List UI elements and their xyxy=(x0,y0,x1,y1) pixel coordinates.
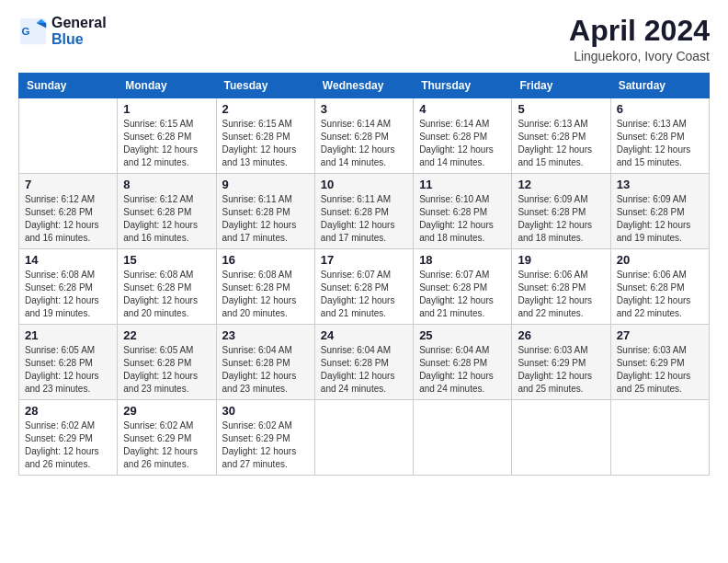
day-number: 15 xyxy=(123,253,210,267)
calendar-cell: 10Sunrise: 6:11 AM Sunset: 6:28 PM Dayli… xyxy=(314,174,413,249)
weekday-header-monday: Monday xyxy=(118,74,216,98)
calendar-cell: 1Sunrise: 6:15 AM Sunset: 6:28 PM Daylig… xyxy=(118,98,216,174)
day-info: Sunrise: 6:08 AM Sunset: 6:28 PM Dayligh… xyxy=(222,269,309,320)
day-number: 5 xyxy=(518,102,604,116)
calendar-cell: 26Sunrise: 6:03 AM Sunset: 6:29 PM Dayli… xyxy=(512,325,610,400)
day-number: 4 xyxy=(419,102,506,116)
day-info: Sunrise: 6:09 AM Sunset: 6:28 PM Dayligh… xyxy=(617,193,703,245)
day-number: 19 xyxy=(518,253,604,267)
day-info: Sunrise: 6:15 AM Sunset: 6:28 PM Dayligh… xyxy=(222,118,309,169)
weekday-header-saturday: Saturday xyxy=(610,74,709,98)
day-info: Sunrise: 6:06 AM Sunset: 6:28 PM Dayligh… xyxy=(518,269,604,320)
day-info: Sunrise: 6:15 AM Sunset: 6:28 PM Dayligh… xyxy=(123,118,210,169)
header: G General Blue April 2024 Linguekoro, Iv… xyxy=(18,15,710,63)
day-number: 17 xyxy=(321,253,407,267)
day-info: Sunrise: 6:06 AM Sunset: 6:28 PM Dayligh… xyxy=(617,269,703,320)
day-info: Sunrise: 6:12 AM Sunset: 6:28 PM Dayligh… xyxy=(123,193,210,245)
calendar-cell: 29Sunrise: 6:02 AM Sunset: 6:29 PM Dayli… xyxy=(118,400,216,476)
day-number: 18 xyxy=(419,253,506,267)
svg-text:G: G xyxy=(22,26,30,37)
day-info: Sunrise: 6:02 AM Sunset: 6:29 PM Dayligh… xyxy=(25,419,111,471)
logo-text: General Blue xyxy=(51,15,107,48)
day-info: Sunrise: 6:04 AM Sunset: 6:28 PM Dayligh… xyxy=(321,344,407,396)
day-number: 28 xyxy=(25,404,111,418)
calendar-cell: 27Sunrise: 6:03 AM Sunset: 6:29 PM Dayli… xyxy=(610,325,709,400)
calendar-cell: 8Sunrise: 6:12 AM Sunset: 6:28 PM Daylig… xyxy=(118,174,216,249)
weekday-header-friday: Friday xyxy=(512,74,610,98)
title-block: April 2024 Linguekoro, Ivory Coast xyxy=(569,15,710,63)
day-info: Sunrise: 6:08 AM Sunset: 6:28 PM Dayligh… xyxy=(123,269,210,320)
day-number: 29 xyxy=(123,404,210,418)
day-info: Sunrise: 6:11 AM Sunset: 6:28 PM Dayligh… xyxy=(222,193,309,245)
day-number: 24 xyxy=(321,328,407,342)
day-number: 14 xyxy=(25,253,111,267)
day-info: Sunrise: 6:05 AM Sunset: 6:28 PM Dayligh… xyxy=(123,344,210,396)
calendar-cell: 7Sunrise: 6:12 AM Sunset: 6:28 PM Daylig… xyxy=(19,174,118,249)
weekday-header-sunday: Sunday xyxy=(19,74,118,98)
day-info: Sunrise: 6:03 AM Sunset: 6:29 PM Dayligh… xyxy=(518,344,604,396)
calendar-cell: 15Sunrise: 6:08 AM Sunset: 6:28 PM Dayli… xyxy=(118,249,216,325)
calendar-cell xyxy=(610,400,709,476)
calendar-cell: 17Sunrise: 6:07 AM Sunset: 6:28 PM Dayli… xyxy=(314,249,413,325)
day-info: Sunrise: 6:02 AM Sunset: 6:29 PM Dayligh… xyxy=(222,419,309,471)
calendar-cell: 6Sunrise: 6:13 AM Sunset: 6:28 PM Daylig… xyxy=(610,98,709,174)
calendar-cell: 12Sunrise: 6:09 AM Sunset: 6:28 PM Dayli… xyxy=(512,174,610,249)
calendar-cell: 25Sunrise: 6:04 AM Sunset: 6:28 PM Dayli… xyxy=(414,325,512,400)
day-number: 9 xyxy=(222,178,309,191)
calendar-cell: 3Sunrise: 6:14 AM Sunset: 6:28 PM Daylig… xyxy=(314,98,413,174)
day-info: Sunrise: 6:14 AM Sunset: 6:28 PM Dayligh… xyxy=(419,118,506,169)
calendar-cell xyxy=(512,400,610,476)
calendar-cell: 13Sunrise: 6:09 AM Sunset: 6:28 PM Dayli… xyxy=(610,174,709,249)
day-number: 10 xyxy=(321,178,407,191)
calendar-cell: 5Sunrise: 6:13 AM Sunset: 6:28 PM Daylig… xyxy=(512,98,610,174)
day-number: 3 xyxy=(321,102,407,116)
day-info: Sunrise: 6:14 AM Sunset: 6:28 PM Dayligh… xyxy=(321,118,407,169)
day-number: 8 xyxy=(123,178,210,191)
day-number: 11 xyxy=(419,178,506,191)
weekday-header-thursday: Thursday xyxy=(414,74,512,98)
day-info: Sunrise: 6:13 AM Sunset: 6:28 PM Dayligh… xyxy=(518,118,604,169)
day-info: Sunrise: 6:04 AM Sunset: 6:28 PM Dayligh… xyxy=(419,344,506,396)
calendar-cell: 4Sunrise: 6:14 AM Sunset: 6:28 PM Daylig… xyxy=(414,98,512,174)
logo: G General Blue xyxy=(18,15,107,48)
calendar-week-1: 1Sunrise: 6:15 AM Sunset: 6:28 PM Daylig… xyxy=(19,98,710,174)
calendar-cell: 24Sunrise: 6:04 AM Sunset: 6:28 PM Dayli… xyxy=(314,325,413,400)
day-number: 16 xyxy=(222,253,309,267)
calendar-cell: 9Sunrise: 6:11 AM Sunset: 6:28 PM Daylig… xyxy=(216,174,314,249)
day-number: 13 xyxy=(617,178,703,191)
day-info: Sunrise: 6:10 AM Sunset: 6:28 PM Dayligh… xyxy=(419,193,506,245)
calendar-cell xyxy=(19,98,118,174)
calendar-week-2: 7Sunrise: 6:12 AM Sunset: 6:28 PM Daylig… xyxy=(19,174,710,249)
day-info: Sunrise: 6:03 AM Sunset: 6:29 PM Dayligh… xyxy=(617,344,703,396)
calendar-cell: 2Sunrise: 6:15 AM Sunset: 6:28 PM Daylig… xyxy=(216,98,314,174)
day-number: 6 xyxy=(617,102,703,116)
day-number: 21 xyxy=(25,328,111,342)
calendar-cell: 23Sunrise: 6:04 AM Sunset: 6:28 PM Dayli… xyxy=(216,325,314,400)
day-number: 7 xyxy=(25,178,111,191)
day-number: 26 xyxy=(518,328,604,342)
calendar-week-5: 28Sunrise: 6:02 AM Sunset: 6:29 PM Dayli… xyxy=(19,400,710,476)
day-info: Sunrise: 6:04 AM Sunset: 6:28 PM Dayligh… xyxy=(222,344,309,396)
day-info: Sunrise: 6:02 AM Sunset: 6:29 PM Dayligh… xyxy=(123,419,210,471)
calendar-week-3: 14Sunrise: 6:08 AM Sunset: 6:28 PM Dayli… xyxy=(19,249,710,325)
day-info: Sunrise: 6:13 AM Sunset: 6:28 PM Dayligh… xyxy=(617,118,703,169)
day-info: Sunrise: 6:05 AM Sunset: 6:28 PM Dayligh… xyxy=(25,344,111,396)
day-number: 30 xyxy=(222,404,309,418)
day-info: Sunrise: 6:08 AM Sunset: 6:28 PM Dayligh… xyxy=(25,269,111,320)
day-number: 25 xyxy=(419,328,506,342)
day-info: Sunrise: 6:07 AM Sunset: 6:28 PM Dayligh… xyxy=(419,269,506,320)
day-info: Sunrise: 6:07 AM Sunset: 6:28 PM Dayligh… xyxy=(321,269,407,320)
day-number: 22 xyxy=(123,328,210,342)
page: G General Blue April 2024 Linguekoro, Iv… xyxy=(0,0,728,563)
day-number: 1 xyxy=(123,102,210,116)
calendar-cell: 14Sunrise: 6:08 AM Sunset: 6:28 PM Dayli… xyxy=(19,249,118,325)
calendar-cell: 16Sunrise: 6:08 AM Sunset: 6:28 PM Dayli… xyxy=(216,249,314,325)
calendar-week-4: 21Sunrise: 6:05 AM Sunset: 6:28 PM Dayli… xyxy=(19,325,710,400)
calendar-cell xyxy=(414,400,512,476)
calendar-cell: 18Sunrise: 6:07 AM Sunset: 6:28 PM Dayli… xyxy=(414,249,512,325)
day-number: 20 xyxy=(617,253,703,267)
calendar-table: SundayMondayTuesdayWednesdayThursdayFrid… xyxy=(18,73,710,476)
calendar-cell: 22Sunrise: 6:05 AM Sunset: 6:28 PM Dayli… xyxy=(118,325,216,400)
weekday-header-wednesday: Wednesday xyxy=(314,74,413,98)
weekday-header-tuesday: Tuesday xyxy=(216,74,314,98)
